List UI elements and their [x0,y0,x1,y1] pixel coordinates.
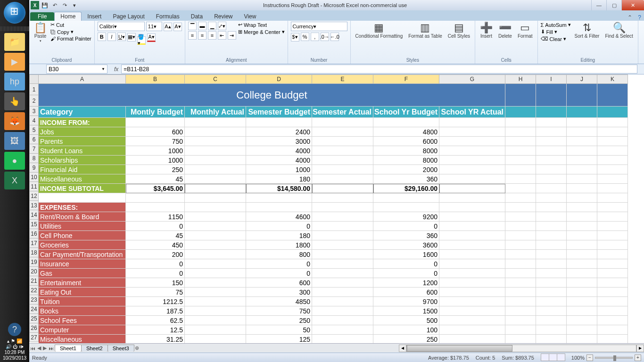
cell[interactable] [439,127,505,137]
cell[interactable] [505,231,536,240]
cell[interactable]: 6000 [373,137,439,146]
cell[interactable] [597,325,628,335]
cell[interactable] [567,184,597,193]
cell[interactable] [312,278,373,288]
sort-filter-button[interactable]: ⇅Sort & Filter [573,22,602,40]
cell[interactable] [439,306,505,316]
column-header-F[interactable]: F [373,74,439,84]
cell[interactable]: 800 [246,250,312,259]
cell[interactable]: 1150 [126,212,185,222]
cell[interactable]: 8000 [373,156,439,165]
increase-indent-icon[interactable]: ⇥ [228,31,236,40]
align-bottom-icon[interactable]: ▁ [208,22,216,30]
cell[interactable] [536,222,567,231]
cell[interactable] [505,297,536,306]
cell[interactable] [536,84,567,107]
border-button[interactable]: ▦▾ [127,33,136,41]
cell[interactable] [536,193,567,203]
cell[interactable]: 75 [126,288,185,297]
cell[interactable] [597,174,628,184]
cell[interactable] [567,156,597,165]
cell[interactable]: INCOME SUBTOTAL [39,184,126,193]
cell[interactable] [536,146,567,156]
cell[interactable] [185,127,246,137]
column-header-B[interactable]: B [126,74,185,84]
cell[interactable] [505,127,536,137]
row-header-2[interactable]: 2 [29,95,39,107]
cell[interactable]: 4850 [246,297,312,306]
decrease-indent-icon[interactable]: ⇤ [218,31,226,40]
cell[interactable]: Miscellaneous [39,174,126,184]
cell[interactable] [185,288,246,297]
zoom-out-icon[interactable]: − [586,354,593,361]
cell[interactable] [185,240,246,250]
cell[interactable] [312,297,373,306]
cell[interactable] [536,325,567,335]
cell[interactable] [312,118,373,127]
redo-icon[interactable]: ↷ [60,1,69,9]
cell[interactable] [597,84,628,107]
cell[interactable] [246,118,312,127]
cell[interactable] [439,297,505,306]
cell[interactable] [185,269,246,278]
cell[interactable]: 600 [246,278,312,288]
cell[interactable] [373,203,439,212]
cell[interactable]: 4000 [246,156,312,165]
cell[interactable] [567,127,597,137]
cell[interactable] [505,118,536,127]
cell[interactable] [597,203,628,212]
column-headers[interactable]: ABCDEFGHIJK [39,74,628,84]
cell[interactable] [439,146,505,156]
cell[interactable] [536,212,567,222]
column-header-A[interactable]: A [39,74,126,84]
media-player-icon[interactable]: ▶ [4,53,25,71]
cell[interactable]: $29,160.00 [373,184,439,193]
cell[interactable] [246,203,312,212]
column-header-K[interactable]: K [597,74,628,84]
cell[interactable] [567,306,597,316]
decrease-decimal-icon[interactable]: ←.0 [330,33,339,41]
cell[interactable]: 0 [126,222,185,231]
cell[interactable] [439,288,505,297]
cell[interactable] [505,269,536,278]
underline-button[interactable]: U▾ [117,33,126,41]
cell[interactable]: 2400 [246,127,312,137]
cell[interactable] [567,269,597,278]
system-tray[interactable]: ▴ ⚑ 📶 🔊 ⏻ 🕪 10:28 PM 10/29/2013 [2,337,27,362]
cell[interactable]: 9700 [373,297,439,306]
conditional-formatting-button[interactable]: ▦Conditional Formatting [354,22,405,40]
cell[interactable] [597,335,628,343]
cell[interactable]: $14,580.00 [246,184,312,193]
find-select-button[interactable]: 🔍Find & Select [603,22,635,40]
delete-cells-button[interactable]: ➖Delete [496,22,514,40]
cut-button[interactable]: ✂Cut [50,22,91,28]
cell[interactable] [597,306,628,316]
cell[interactable] [597,259,628,269]
cell[interactable] [185,316,246,325]
row-header-5[interactable]: 5 [29,125,39,135]
cell[interactable] [567,325,597,335]
cell[interactable] [505,288,536,297]
cell[interactable]: 600 [373,288,439,297]
zoom-in-icon[interactable]: + [635,354,641,361]
cell[interactable] [185,278,246,288]
cell[interactable] [505,316,536,325]
cell[interactable]: Entertainment [39,278,126,288]
cell[interactable] [505,278,536,288]
cell[interactable] [597,127,628,137]
cell[interactable] [505,203,536,212]
cell[interactable] [185,193,246,203]
row-header-18[interactable]: 18 [29,248,39,257]
horizontal-scrollbar[interactable]: ◀▶ [399,345,644,352]
cell[interactable] [439,222,505,231]
cell[interactable] [505,222,536,231]
cell[interactable]: 200 [126,250,185,259]
cell[interactable]: 50 [246,325,312,335]
cell[interactable] [567,222,597,231]
row-header-22[interactable]: 22 [29,286,39,295]
cell[interactable] [597,222,628,231]
last-sheet-icon[interactable]: ⏭ [48,346,55,351]
row-header-4[interactable]: 4 [29,116,39,125]
cell[interactable] [185,203,246,212]
explorer-icon[interactable]: 📁 [4,33,25,51]
